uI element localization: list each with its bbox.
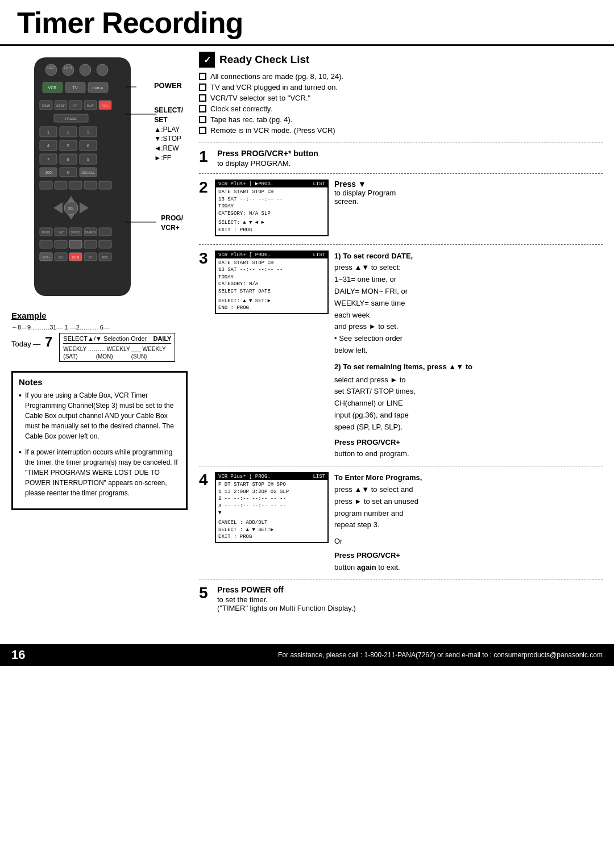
step-3-instructions: 1) To set record DATE, press ▲▼ to selec… <box>334 251 472 461</box>
svg-text:FF: FF <box>73 104 78 107</box>
svg-rect-73 <box>99 240 111 248</box>
svg-text:SPEED: SPEED <box>71 231 81 234</box>
example-today-label: Today — <box>11 340 40 348</box>
step-4: 4 VCR Plus+ [ PROG. LIST P DT START STOP… <box>199 472 603 573</box>
svg-rect-69 <box>40 240 52 248</box>
svg-rect-49 <box>40 181 52 189</box>
notes-item-2: • If a power interruption occurs while p… <box>19 447 180 498</box>
svg-text:REC: REC <box>102 256 109 259</box>
example-today-num: 7 <box>45 334 52 349</box>
check-icon: ✓ <box>199 52 215 68</box>
svg-rect-51 <box>69 181 82 189</box>
step-1-number: 1 <box>199 149 211 165</box>
step-5: 5 Press POWER off to set the timer. ("TI… <box>199 585 603 612</box>
svg-text:1: 1 <box>47 130 50 135</box>
notes-item-1: • If you are using a Cable Box, VCR Time… <box>19 390 180 441</box>
svg-text:2: 2 <box>67 130 70 135</box>
svg-text:LIGHT: LIGHT <box>64 66 73 69</box>
svg-text:SEL: SEL <box>68 207 74 210</box>
check-item-2: TV and VCR plugged in and turned on. <box>199 83 603 91</box>
step-2: 2 VCR Plus+ | ►PROG. LIST DATE START STO… <box>199 180 603 239</box>
screen-step4: VCR Plus+ [ PROG. LIST P DT START STOP C… <box>215 472 329 543</box>
svg-text:9: 9 <box>87 157 90 162</box>
example-section: Example ←8—9………31— 1 —2……… 6— Today — 7 … <box>11 307 188 365</box>
svg-text:REW: REW <box>42 104 50 107</box>
step-4-instructions: To Enter More Programs, press ▲▼ to sele… <box>334 472 422 573</box>
svg-text:VCR+: VCR+ <box>42 256 50 259</box>
screen-step3: VCR Plus+ [ PROG. LIST DATE START STOP C… <box>215 251 329 314</box>
page-number: 16 <box>11 648 25 662</box>
page-footer: 16 For assistance, please call : 1-800-2… <box>0 644 614 666</box>
svg-text:PLAY: PLAY <box>87 104 94 107</box>
checkbox-5 <box>199 116 206 123</box>
checkbox-6 <box>199 127 206 134</box>
svg-text:REC: REC <box>102 104 109 107</box>
step-5-number: 5 <box>199 585 211 601</box>
footer-text: For assistance, please call : 1-800-211-… <box>278 651 603 659</box>
svg-rect-50 <box>55 181 67 189</box>
notes-box: Notes • If you are using a Cable Box, VC… <box>11 371 188 510</box>
example-diagram-top: ←8—9………31— 1 —2……… 6— <box>11 324 110 331</box>
label-prog-vcr: PROG/VCR+ <box>161 214 183 233</box>
screen4-header: VCR Plus+ [ PROG. LIST <box>216 473 327 480</box>
svg-text:7: 7 <box>47 157 50 162</box>
check-item-6: Remote is in VCR mode. (Press VCR) <box>199 126 603 135</box>
notes-title: Notes <box>19 377 180 387</box>
step-5-title: Press POWER off <box>217 585 603 594</box>
screen-step2: VCR Plus+ | ►PROG. LIST DATE START STOP … <box>215 180 329 236</box>
svg-text:CH: CH <box>88 256 93 259</box>
svg-text:4: 4 <box>47 143 50 148</box>
svg-text:6: 6 <box>87 143 90 148</box>
svg-text:RECALL: RECALL <box>81 171 95 174</box>
example-weekly-row: WEEKLY ……… WEEKLY ___ WEEKLY <box>63 345 171 352</box>
check-item-5: Tape has rec. tab (pg. 4). <box>199 115 603 124</box>
step-1-desc: to display PROGRAM. <box>217 159 603 168</box>
svg-text:EJECT: EJECT <box>47 66 56 69</box>
svg-text:8: 8 <box>67 157 70 162</box>
svg-rect-72 <box>84 240 97 248</box>
svg-rect-70 <box>55 240 67 248</box>
step-5-desc: to set the timer. ("TIMER" lights on Mul… <box>217 595 603 612</box>
svg-text:SEARCH: SEARCH <box>85 231 97 234</box>
svg-text:STOP: STOP <box>56 104 65 107</box>
svg-text:5: 5 <box>67 143 70 148</box>
label-power: POWER <box>154 81 182 90</box>
example-title: Example <box>11 311 188 320</box>
step-2-number: 2 <box>199 180 211 195</box>
svg-text:3: 3 <box>87 130 90 135</box>
svg-text:CAT: CAT <box>58 231 64 234</box>
svg-rect-71 <box>69 240 82 248</box>
step-3: 3 VCR Plus+ [ PROG. LIST DATE START STOP… <box>199 251 603 461</box>
step-1: 1 Press PROG/VCR+* button to display PRO… <box>199 149 603 168</box>
svg-text:VCL: VCL <box>58 256 64 259</box>
ready-check-section: ✓ Ready Check List All connections are m… <box>199 52 603 135</box>
svg-point-3 <box>80 64 91 76</box>
example-selection-order: SELECT▲/▼ Selection Order DAILY WEEKLY …… <box>59 333 175 362</box>
step-4-number: 4 <box>199 472 211 488</box>
label-select-set: SELECT/SET▲:PLAY▼:STOP◄:REW►:FF <box>154 106 183 163</box>
ready-check-title: ✓ Ready Check List <box>199 52 603 68</box>
check-item-4: Clock set correctly. <box>199 105 603 113</box>
checkbox-3 <box>199 94 206 102</box>
svg-point-4 <box>97 64 108 76</box>
step-1-title: Press PROG/VCR+* button <box>217 149 603 158</box>
remote-image: EJECT LIGHT VCR TV CABLE RE <box>11 57 188 302</box>
page-title: Timer Recording <box>0 0 614 46</box>
svg-rect-53 <box>99 181 111 189</box>
screen2-header: VCR Plus+ | ►PROG. LIST <box>216 181 327 187</box>
step-3-number: 3 <box>199 251 211 266</box>
svg-text:TV: TV <box>73 86 78 90</box>
step-2-instructions: Press ▼ to display Program screen. <box>334 180 396 206</box>
svg-text:VCR: VCR <box>48 86 57 90</box>
checkbox-2 <box>199 84 206 91</box>
svg-rect-64 <box>99 228 111 236</box>
check-item-1: All connections are made (pg. 8, 10, 24)… <box>199 72 603 81</box>
svg-text:CH D: CH D <box>72 256 80 259</box>
screen3-header: VCR Plus+ [ PROG. LIST <box>216 252 327 258</box>
svg-text:100: 100 <box>45 170 52 174</box>
svg-rect-52 <box>84 181 97 189</box>
checkbox-4 <box>199 105 206 112</box>
svg-text:CABLE: CABLE <box>92 86 103 90</box>
checkbox-1 <box>199 73 206 80</box>
svg-text:0: 0 <box>67 170 70 175</box>
